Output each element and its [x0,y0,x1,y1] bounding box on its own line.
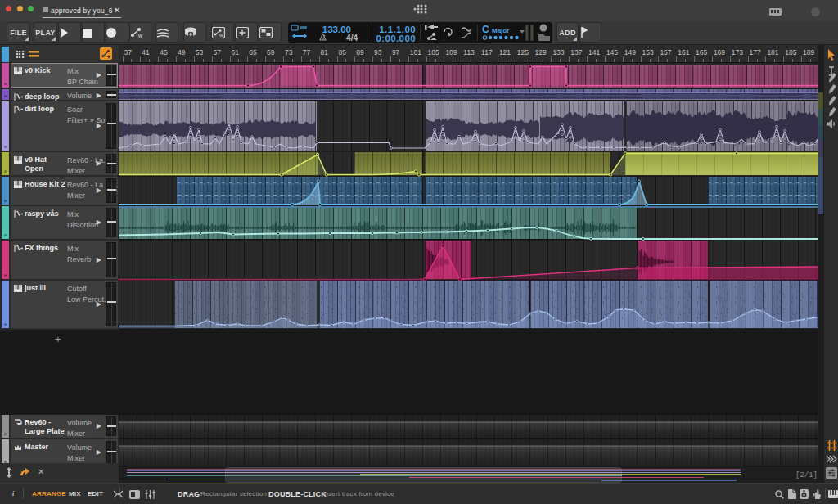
svg-text:w: w [137,33,143,38]
svg-text:w: w [219,33,223,38]
